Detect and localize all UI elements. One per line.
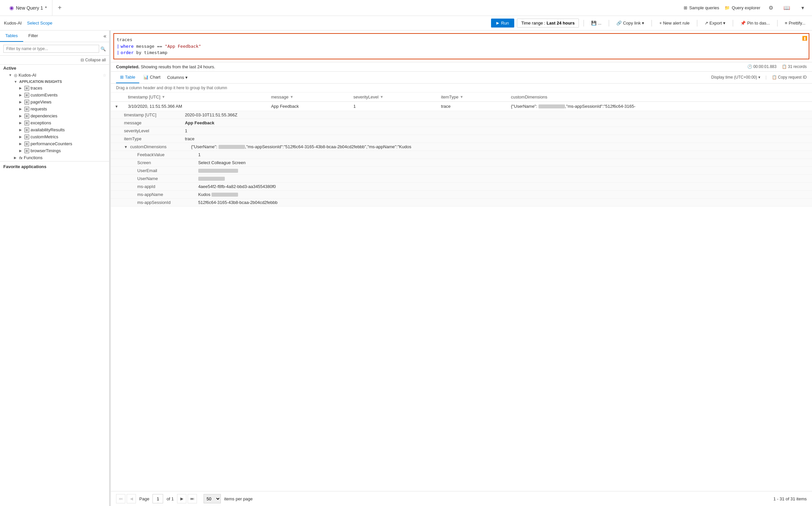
export-chevron: ▾: [723, 20, 725, 25]
sidebar-item-traces[interactable]: ▶ ⊞ traces: [0, 85, 109, 91]
page-input[interactable]: [153, 494, 163, 503]
filter-itemtype-icon[interactable]: ▼: [460, 95, 463, 99]
pipe-char-2: |: [117, 50, 119, 56]
more-options-icon[interactable]: ▾: [797, 3, 808, 13]
order-rest: by timestamp: [136, 50, 167, 56]
detail-row-customdim[interactable]: ▼ customDimensions {"UserName": ,"ms-app…: [111, 143, 812, 151]
time-range-button[interactable]: Time range : Last 24 hours: [517, 18, 579, 27]
tab-tables[interactable]: Tables: [0, 30, 23, 42]
sidebar-item-browsertimings[interactable]: ▶ ⊞ browserTimings: [0, 147, 109, 154]
add-tab-button[interactable]: +: [53, 4, 67, 12]
prettify-button[interactable]: ≡ Prettify...: [782, 19, 808, 27]
sidebar-item-requests[interactable]: ▶ ⊞ requests: [0, 105, 109, 112]
table-icon: ⊞: [24, 142, 29, 146]
search-box: 🔍: [0, 42, 109, 56]
sidebar-item-dependencies[interactable]: ▶ ⊞ dependencies: [0, 112, 109, 119]
expander-icon: ▶: [19, 142, 24, 146]
pin-to-dashboard-button[interactable]: 📌 Pin to das...: [738, 19, 773, 27]
sidebar-item-exceptions[interactable]: ▶ ⊞ exceptions: [0, 119, 109, 126]
toolbar-separator-3: [651, 20, 652, 26]
display-time-button[interactable]: Display time (UTC+00:00) ▾: [711, 75, 760, 80]
expander-icon: ▶: [19, 86, 24, 90]
collapse-sidebar-button[interactable]: «: [101, 30, 109, 42]
table-icon: ⊞: [24, 114, 29, 118]
table-icon: ⊞: [24, 93, 29, 97]
save-button[interactable]: 💾 ...: [589, 19, 604, 27]
query-line-2: | where message == "App Feedback": [117, 43, 806, 50]
sidebar-item-pageviews[interactable]: ▶ ⊞ pageViews: [0, 98, 109, 105]
query-explorer-button[interactable]: 📁 Query explorer: [724, 5, 760, 10]
sidebar-item-functions[interactable]: ▶ fx Functions: [0, 154, 109, 161]
page-label: Page: [139, 496, 149, 501]
sidebar-item-availabilityresults[interactable]: ▶ ⊞ availabilityResults: [0, 126, 109, 133]
results-message: Showing results from the last 24 hours.: [141, 64, 215, 69]
favorite-applications-header: Favorite applications: [0, 161, 109, 172]
first-page-button[interactable]: ⏮: [116, 494, 125, 503]
settings-icon[interactable]: ⚙: [765, 3, 776, 13]
location-icon: ◎: [14, 73, 17, 78]
filter-timestamp-icon[interactable]: ▼: [162, 95, 166, 99]
search-input[interactable]: [3, 45, 99, 53]
tab-table[interactable]: ⊞ Table: [116, 71, 139, 83]
next-page-button[interactable]: ▶: [177, 494, 186, 503]
sidebar-item-performancecounters[interactable]: ▶ ⊞ performanceCounters: [0, 140, 109, 147]
row-expand-cell[interactable]: ▼: [111, 101, 124, 111]
query-tab[interactable]: ◉ New Query 1 *: [4, 0, 53, 16]
row-severity: 1: [350, 101, 437, 111]
new-alert-button[interactable]: + New alert rule: [656, 19, 692, 27]
collapse-all-button[interactable]: ⊟ Collapse all: [0, 56, 109, 65]
book-icon[interactable]: 📖: [782, 3, 792, 13]
tab-dot-icon: ◉: [9, 5, 14, 11]
sidebar-tab-spacer: [43, 30, 101, 42]
detail-row-screen: Screen Select Colleague Screen: [111, 159, 812, 166]
pagination: ⏮ ◀ Page of 1 ▶ ⏭ 50 100 250 items per p…: [111, 491, 812, 506]
results-tabs: ⊞ Table 📊 Chart Columns ▾ Display time (…: [111, 72, 812, 84]
query-editor[interactable]: traces | where message == "App Feedback"…: [113, 33, 809, 59]
collapse-all-icon: ⊟: [81, 58, 84, 62]
page-of: of 1: [166, 496, 174, 501]
pipe-char: |: [117, 43, 119, 50]
row-expand-icon[interactable]: ▼: [115, 104, 118, 108]
detail-row-severity: severityLevel 1: [111, 126, 812, 135]
copy-request-id-button[interactable]: 📋 Copy request ID: [772, 75, 807, 80]
top-bar: ◉ New Query 1 * + ⊞ Sample queries 📁 Que…: [0, 0, 812, 16]
sidebar-item-customevents[interactable]: ▶ ⊞ customEvents: [0, 91, 109, 98]
tab-chart[interactable]: 📊 Chart: [139, 71, 165, 83]
message-field: message: [136, 43, 155, 50]
export-button[interactable]: ↗ Export ▾: [702, 19, 728, 27]
expander-icon: ▶: [19, 114, 24, 118]
tab-right-separator: |: [765, 75, 766, 80]
active-section-header: Active: [0, 65, 109, 72]
sample-queries-button[interactable]: ⊞ Sample queries: [684, 5, 719, 10]
table-icon: ⊞: [24, 100, 29, 104]
where-keyword: where: [121, 43, 133, 50]
per-page-select[interactable]: 50 100 250: [203, 494, 221, 503]
collapse-editor-button[interactable]: ⏫: [802, 35, 807, 42]
copy-link-button[interactable]: 🔗 Copy link ▾: [614, 19, 647, 27]
prettify-icon: ≡: [785, 20, 788, 25]
toolbar-separator-1: [583, 20, 584, 26]
detail-row-appid: ms-appId 4aee54f2-f8fb-4a82-bbd3-aa34554…: [111, 182, 812, 190]
data-table-container[interactable]: timestamp [UTC] ▼ message ▼: [111, 92, 812, 491]
customdim-expand-icon[interactable]: ▼: [124, 145, 128, 149]
filter-message-icon[interactable]: ▼: [290, 95, 293, 99]
detail-row-feebackvalue: FeebackValue 1: [111, 151, 812, 159]
blurred-username-val: [198, 177, 225, 181]
table-tab-icon: ⊞: [120, 75, 124, 80]
table-row[interactable]: ▼ 3/10/2020, 11:51:55.366 AM App Feedbac…: [111, 101, 812, 111]
col-itemtype: itemType ▼: [437, 92, 507, 102]
sidebar-item-custommetrics[interactable]: ▶ ⊞ customMetrics: [0, 133, 109, 140]
copy-link-icon: 🔗: [616, 20, 622, 25]
col-expand: [111, 92, 124, 102]
star-icon[interactable]: ☆: [103, 73, 106, 78]
last-page-button[interactable]: ⏭: [188, 494, 197, 503]
prev-page-button[interactable]: ◀: [127, 494, 136, 503]
tab-filter[interactable]: Filter: [23, 30, 43, 42]
columns-button[interactable]: Columns ▾: [165, 75, 190, 80]
app-kudos-ai[interactable]: ▼ ◎ Kudos-AI ☆: [0, 72, 109, 79]
toolbar-separator-6: [777, 20, 778, 26]
run-button[interactable]: ▶ Run: [491, 18, 514, 27]
filter-severity-icon[interactable]: ▼: [380, 95, 384, 99]
query-line-3: | order by timestamp: [117, 50, 806, 56]
select-scope-button[interactable]: Select Scope: [27, 20, 53, 25]
